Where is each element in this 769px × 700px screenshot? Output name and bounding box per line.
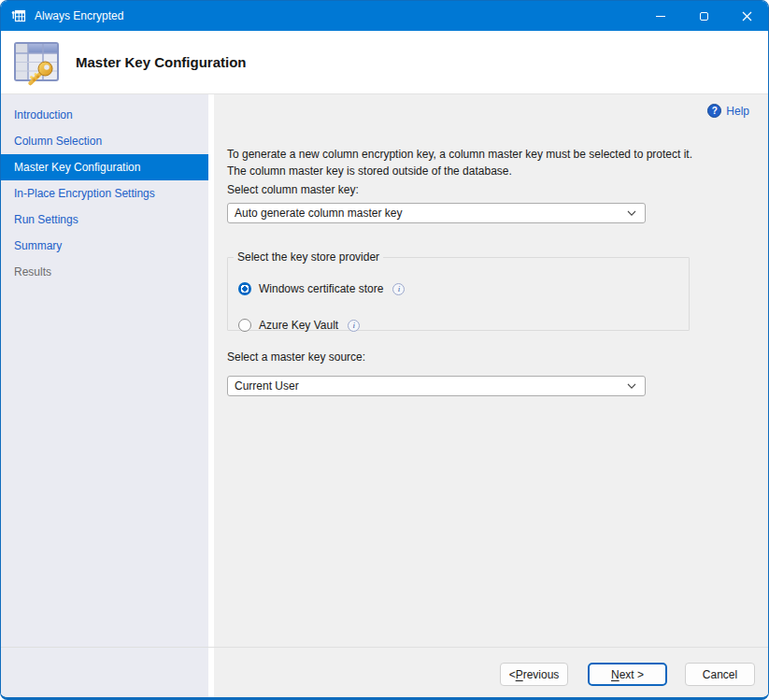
column-master-key-dropdown[interactable]: Auto generate column master key	[227, 203, 646, 223]
chevron-down-icon	[626, 380, 637, 392]
footer-separator	[1, 647, 768, 648]
windows-certificate-store-option[interactable]: Windows certificate store i	[238, 282, 405, 295]
sidebar-item-master-key-configuration[interactable]: Master Key Configuration	[1, 154, 208, 180]
help-link[interactable]: ? Help	[707, 104, 749, 118]
wizard-body: Introduction Column Selection Master Key…	[1, 94, 768, 697]
key-store-provider-group: Select the key store provider Windows ce…	[227, 250, 690, 331]
info-icon[interactable]: i	[392, 283, 405, 295]
wizard-header: Master Key Configuration	[1, 31, 768, 94]
page-title: Master Key Configuration	[76, 54, 247, 70]
help-icon: ?	[707, 104, 721, 118]
sidebar-item-results: Results	[1, 259, 208, 285]
info-icon[interactable]: i	[348, 320, 360, 332]
cancel-button[interactable]: Cancel	[685, 663, 755, 686]
main-panel: ? Help To generate a new column encrypti…	[214, 94, 768, 697]
minimize-icon	[656, 16, 665, 17]
close-button[interactable]	[725, 1, 768, 31]
previous-rest: revious	[523, 668, 560, 681]
maximize-button[interactable]	[682, 1, 725, 31]
chevron-down-icon	[626, 207, 637, 219]
next-accesskey: N	[611, 668, 619, 681]
help-label: Help	[726, 105, 749, 118]
master-key-source-value: Current User	[235, 379, 299, 393]
master-key-source-label: Select a master key source:	[227, 350, 365, 364]
azure-key-vault-option[interactable]: Azure Key Vault i	[238, 319, 360, 332]
column-master-key-label: Select column master key:	[227, 183, 359, 196]
sidebar-item-summary[interactable]: Summary	[1, 233, 208, 259]
previous-accesskey: P	[516, 668, 523, 681]
previous-prefix: <	[509, 668, 516, 681]
key-store-provider-legend: Select the key store provider	[234, 250, 383, 264]
windows-certificate-store-label: Windows certificate store	[259, 282, 383, 295]
next-rest: ext >	[619, 668, 644, 681]
column-master-key-value: Auto generate column master key	[235, 207, 402, 220]
minimize-button[interactable]	[639, 1, 682, 31]
always-encrypted-wizard-window: Always Encrypted	[0, 0, 769, 700]
sidebar-item-column-selection[interactable]: Column Selection	[1, 128, 208, 154]
azure-key-vault-label: Azure Key Vault	[259, 319, 338, 332]
title-bar: Always Encrypted	[1, 1, 768, 31]
radio-selected-icon[interactable]	[238, 282, 251, 295]
app-icon	[11, 8, 26, 23]
sidebar-item-in-place-encryption-settings[interactable]: In-Place Encryption Settings	[1, 180, 208, 207]
sidebar-item-introduction[interactable]: Introduction	[1, 102, 208, 128]
previous-button[interactable]: < Previous	[500, 663, 568, 686]
next-button[interactable]: Next >	[588, 663, 667, 686]
intro-text: To generate a new column encryption key,…	[227, 146, 715, 179]
close-icon	[742, 11, 752, 21]
sidebar-item-run-settings[interactable]: Run Settings	[1, 207, 208, 233]
maximize-icon	[700, 12, 708, 21]
radio-unselected-icon[interactable]	[238, 319, 251, 332]
table-key-icon	[10, 36, 63, 89]
window-title: Always Encrypted	[35, 9, 639, 22]
wizard-steps-sidebar: Introduction Column Selection Master Key…	[1, 94, 208, 697]
cancel-label: Cancel	[703, 668, 737, 681]
master-key-source-dropdown[interactable]: Current User	[227, 376, 646, 396]
